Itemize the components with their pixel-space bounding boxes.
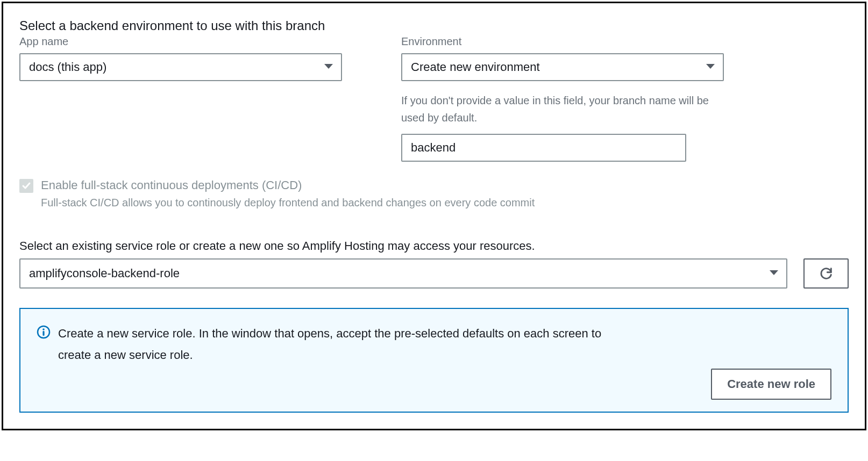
svg-point-1: [42, 328, 45, 330]
svg-rect-2: [42, 331, 44, 336]
environment-helper-text: If you don't provide a value in this fie…: [401, 92, 724, 126]
role-section-title: Select an existing service role or creat…: [19, 239, 849, 253]
environment-value: Create new environment: [411, 60, 540, 74]
section-title: Select a backend environment to use with…: [19, 18, 849, 33]
cicd-label: Enable full-stack continuous deployments…: [41, 178, 302, 193]
app-name-select[interactable]: docs (this app): [19, 53, 342, 81]
role-row: amplifyconsole-backend-role: [19, 258, 849, 289]
backend-environment-panel: Select a backend environment to use with…: [2, 2, 866, 430]
app-name-label: App name: [19, 35, 342, 48]
form-row: App name docs (this app) Environment Cre…: [19, 35, 849, 162]
info-text: Create a new service role. In the window…: [58, 323, 607, 366]
environment-select[interactable]: Create new environment: [401, 53, 724, 81]
app-name-value: docs (this app): [29, 60, 106, 74]
app-name-group: App name docs (this app): [19, 35, 342, 162]
environment-group: Environment Create new environment If yo…: [401, 35, 724, 162]
create-new-role-button[interactable]: Create new role: [711, 369, 831, 400]
info-icon: [37, 325, 51, 341]
environment-name-input[interactable]: [401, 134, 686, 162]
cicd-checkbox-row: Enable full-stack continuous deployments…: [19, 178, 849, 193]
check-icon: [22, 181, 31, 191]
cicd-description: Full-stack CI/CD allows you to continous…: [41, 197, 849, 209]
refresh-icon: [819, 266, 834, 281]
info-box: Create a new service role. In the window…: [19, 308, 849, 413]
role-select[interactable]: amplifyconsole-backend-role: [19, 258, 787, 289]
environment-label: Environment: [401, 35, 724, 48]
role-value: amplifyconsole-backend-role: [29, 266, 180, 280]
cicd-checkbox[interactable]: [19, 179, 33, 193]
refresh-button[interactable]: [803, 258, 849, 289]
